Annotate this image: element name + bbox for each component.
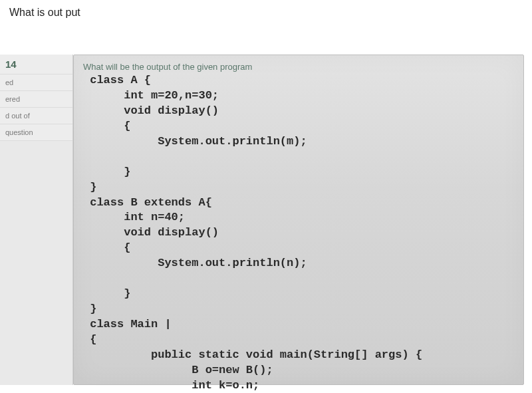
code-block: class A { int m=20,n=30; void display() … xyxy=(83,73,514,393)
sidebar-item-number[interactable]: 14 xyxy=(0,55,72,74)
content-area: 14 ed ered d out of question What will b… xyxy=(0,55,524,385)
sidebar-item-question[interactable]: question xyxy=(0,124,72,141)
question-card: What will be the output of the given pro… xyxy=(73,55,524,385)
sidebar: 14 ed ered d out of question xyxy=(0,55,73,385)
question-prompt: What will be the output of the given pro… xyxy=(83,62,514,72)
page-title: What is out put xyxy=(9,7,80,19)
sidebar-item[interactable]: ered xyxy=(0,91,72,108)
sidebar-item[interactable]: d out of xyxy=(0,108,72,124)
sidebar-item[interactable]: ed xyxy=(0,74,72,91)
